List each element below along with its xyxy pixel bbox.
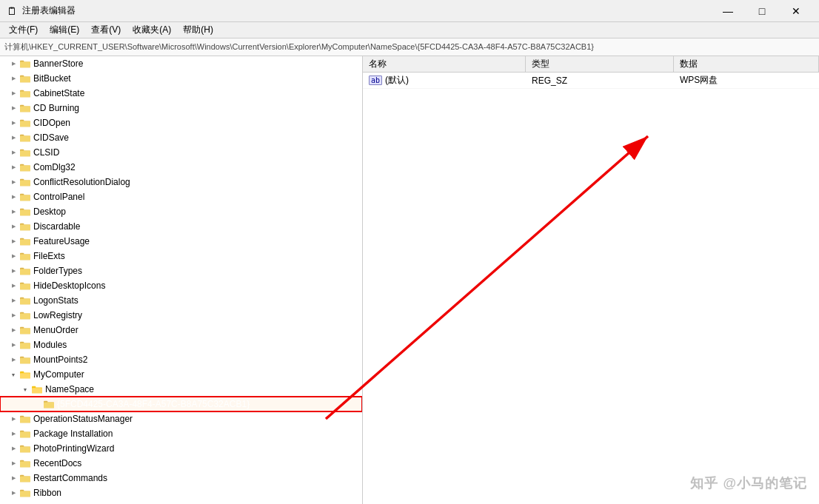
expand-icon[interactable]: ▶ bbox=[7, 191, 19, 203]
tree-item-label: NameSpace bbox=[45, 384, 94, 394]
expand-icon[interactable]: ▶ bbox=[7, 324, 19, 336]
expand-icon[interactable]: ▶ bbox=[7, 147, 19, 158]
expand-icon[interactable]: ▶ bbox=[7, 413, 19, 425]
expand-icon[interactable]: ▶ bbox=[7, 73, 19, 84]
folder-icon bbox=[19, 369, 31, 380]
svg-rect-64 bbox=[20, 372, 24, 374]
expand-icon[interactable]: ▶ bbox=[7, 58, 19, 70]
tree-item-label: CIDSave bbox=[33, 132, 69, 143]
folder-icon bbox=[19, 191, 31, 203]
tree-item-label: CIDOpen bbox=[33, 118, 70, 128]
expand-icon[interactable]: ▼ bbox=[19, 383, 31, 395]
tree-item-label: FileExts bbox=[33, 251, 65, 261]
tree-item[interactable]: ▶ FeatureUsage bbox=[0, 234, 362, 249]
tree-item-label: Ribbon bbox=[33, 488, 61, 498]
tree-item-label: {5FCD4425-CA3A-48F4-A57C-B8A75C32ACB1} bbox=[57, 399, 250, 409]
tree-item[interactable]: ▶ Modules bbox=[0, 337, 362, 352]
minimize-button[interactable]: — bbox=[711, 0, 745, 22]
tree-item[interactable]: ▶ ConflictResolutionDialog bbox=[0, 175, 362, 189]
tree-item-label: Modules bbox=[33, 340, 67, 350]
menu-bar: 文件(F) 编辑(E) 查看(V) 收藏夹(A) 帮助(H) bbox=[0, 22, 819, 38]
app-icon: 🗒 bbox=[6, 5, 18, 17]
tree-item[interactable]: ▶ Ribbon bbox=[0, 485, 362, 500]
tree-item-label: Package Installation bbox=[33, 429, 113, 439]
tree-item[interactable]: ▶ FolderTypes bbox=[0, 263, 362, 278]
tree-item[interactable]: ▶ Package Installation bbox=[0, 426, 362, 441]
expand-icon[interactable]: ▶ bbox=[7, 309, 19, 321]
expand-icon[interactable]: ▶ bbox=[7, 265, 19, 277]
tree-item[interactable]: {5FCD4425-CA3A-48F4-A57C-B8A75C32ACB1} bbox=[0, 397, 362, 411]
svg-rect-65 bbox=[20, 373, 30, 378]
expand-icon[interactable]: ▶ bbox=[7, 472, 19, 484]
folder-icon bbox=[19, 324, 31, 336]
tree-item-label: MyComputer bbox=[33, 369, 84, 380]
menu-file[interactable]: 文件(F) bbox=[3, 22, 44, 38]
tree-item[interactable]: ▶ RestartCommands bbox=[0, 471, 362, 485]
tree-item[interactable]: ▶ LowRegistry bbox=[0, 308, 362, 323]
tree-item[interactable]: ▶ LogonStats bbox=[0, 293, 362, 308]
expand-icon[interactable]: ▶ bbox=[7, 443, 19, 454]
col-header-type: 类型 bbox=[526, 56, 674, 72]
menu-favorites[interactable]: 收藏夹(A) bbox=[127, 22, 177, 38]
tree-item[interactable]: ▶ ComDlg32 bbox=[0, 160, 362, 175]
registry-name-cell: ab(默认) bbox=[363, 74, 526, 87]
tree-item[interactable]: ▶ CabinetState bbox=[0, 86, 362, 101]
expand-icon[interactable]: ▶ bbox=[7, 339, 19, 351]
tree-item[interactable]: ▶ Desktop bbox=[0, 204, 362, 219]
tree-item[interactable]: ▶ PhotoPrintingWizard bbox=[0, 441, 362, 456]
tree-item[interactable]: ▶ CD Burning bbox=[0, 101, 362, 115]
tree-item[interactable]: ▼ NameSpace bbox=[0, 382, 362, 397]
maximize-button[interactable]: □ bbox=[745, 0, 779, 22]
svg-rect-83 bbox=[20, 461, 30, 467]
svg-rect-11 bbox=[20, 106, 30, 112]
tree-item[interactable]: ▶ ControlPanel bbox=[0, 189, 362, 204]
menu-edit[interactable]: 编辑(E) bbox=[44, 22, 85, 38]
expand-icon[interactable]: ▶ bbox=[7, 117, 19, 129]
expand-icon[interactable]: ▶ bbox=[7, 457, 19, 469]
registry-rows: ab(默认)REG_SZWPS网盘 bbox=[363, 73, 819, 504]
tree-item[interactable]: ▼ MyComputer bbox=[0, 367, 362, 382]
folder-icon bbox=[19, 206, 31, 218]
menu-help[interactable]: 帮助(H) bbox=[177, 22, 219, 38]
expand-icon[interactable] bbox=[31, 398, 43, 410]
tree-item[interactable]: ▶ FileExts bbox=[0, 249, 362, 263]
svg-rect-50 bbox=[20, 298, 30, 304]
folder-icon bbox=[19, 309, 31, 321]
expand-icon[interactable]: ▶ bbox=[7, 102, 19, 114]
expand-icon[interactable]: ▶ bbox=[7, 250, 19, 262]
svg-rect-41 bbox=[20, 254, 30, 260]
tree-item[interactable]: ▶ CIDSave bbox=[0, 130, 362, 145]
expand-icon[interactable]: ▶ bbox=[7, 176, 19, 188]
folder-icon bbox=[19, 102, 31, 114]
expand-icon[interactable]: ▶ bbox=[7, 280, 19, 292]
tree-item[interactable]: ▶ MenuOrder bbox=[0, 323, 362, 337]
expand-icon[interactable]: ▶ bbox=[7, 132, 19, 144]
svg-rect-26 bbox=[20, 180, 30, 186]
expand-icon[interactable]: ▶ bbox=[7, 354, 19, 366]
expand-icon[interactable]: ▶ bbox=[7, 221, 19, 232]
tree-item[interactable]: ▶ Discardable bbox=[0, 219, 362, 234]
registry-data-cell: WPS网盘 bbox=[674, 74, 819, 87]
expand-icon[interactable]: ▶ bbox=[7, 295, 19, 306]
tree-item[interactable]: ▶ BitBucket bbox=[0, 71, 362, 86]
close-button[interactable]: ✕ bbox=[779, 0, 813, 22]
tree-item[interactable]: ▶ BannerStore bbox=[0, 56, 362, 71]
expand-icon[interactable]: ▼ bbox=[7, 369, 19, 380]
tree-item[interactable]: ▶ MountPoints2 bbox=[0, 352, 362, 367]
menu-view[interactable]: 查看(V) bbox=[85, 22, 127, 38]
tree-item[interactable]: ▶ CIDOpen bbox=[0, 115, 362, 130]
expand-icon[interactable]: ▶ bbox=[7, 428, 19, 440]
expand-icon[interactable]: ▶ bbox=[7, 161, 19, 173]
expand-icon[interactable]: ▶ bbox=[7, 206, 19, 218]
registry-row[interactable]: ab(默认)REG_SZWPS网盘 bbox=[363, 73, 819, 89]
folder-icon bbox=[19, 457, 31, 469]
tree-item[interactable]: ▶ CLSID bbox=[0, 145, 362, 160]
folder-icon bbox=[19, 221, 31, 232]
tree-item[interactable]: ▶ RecentDocs bbox=[0, 456, 362, 471]
tree-item[interactable]: ▶ HideDesktopIcons bbox=[0, 278, 362, 293]
tree-item[interactable]: ▶ OperationStatusManager bbox=[0, 411, 362, 426]
expand-icon[interactable]: ▶ bbox=[7, 487, 19, 499]
expand-icon[interactable]: ▶ bbox=[7, 87, 19, 99]
expand-icon[interactable]: ▶ bbox=[7, 235, 19, 247]
folder-icon bbox=[19, 413, 31, 425]
